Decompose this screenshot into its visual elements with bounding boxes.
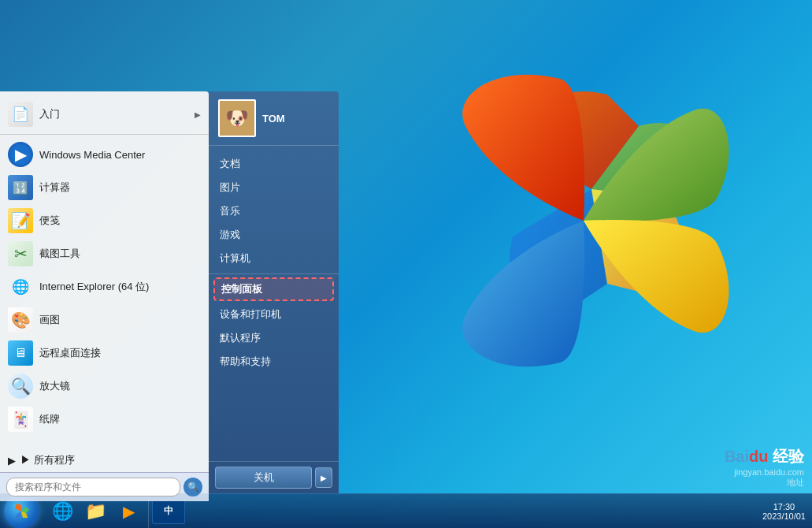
start-menu-left-items: 📄 入门 ▶ ▶ Windows Media Center 🔢 计算器 [0, 91, 209, 442]
baidu-logo: Baidu 经验 [725, 446, 804, 467]
start-menu-right-items: 文档 图片 音乐 游戏 计算机 控制面板 [209, 146, 339, 461]
windows-flag-logo [418, 55, 749, 389]
taskbar-ie-icon: 🌐 [52, 501, 73, 522]
solitaire-icon: 🃏 [8, 407, 33, 432]
snip-icon: ✂ [8, 241, 33, 266]
start-item-solitaire[interactable]: 🃏 纸牌 [0, 403, 209, 436]
right-item-games[interactable]: 游戏 [209, 223, 339, 247]
baidu-address-label: 地址 [725, 477, 804, 489]
shutdown-arrow-button[interactable]: ▶ [315, 467, 332, 488]
all-programs-label: ▶ 所有程序 [20, 453, 75, 467]
all-programs-button[interactable]: ▶ ▶ 所有程序 [0, 448, 209, 472]
right-item-pictures[interactable]: 图片 [209, 176, 339, 199]
right-item-devices[interactable]: 设备和打印机 [209, 303, 339, 326]
user-name: TOM [262, 113, 285, 125]
shutdown-button[interactable]: 关机 [215, 467, 312, 489]
search-button[interactable]: 🔍 [184, 478, 202, 496]
calc-label: 计算器 [39, 180, 70, 195]
shutdown-area: 关机 ▶ [209, 461, 339, 493]
magnifier-icon: 🔍 [8, 374, 33, 399]
user-profile-area[interactable]: 🐶 TOM [209, 91, 339, 146]
solitaire-label: 纸牌 [39, 412, 60, 426]
snip-label: 截图工具 [39, 247, 80, 261]
start-item-ie[interactable]: 🌐 Internet Explorer (64 位) [0, 270, 209, 303]
wmc-label: Windows Media Center [39, 149, 145, 161]
taskbar-media-icon: ▶ [123, 502, 135, 521]
notepad-label: 便笺 [39, 214, 60, 228]
start-item-paint[interactable]: 🎨 画图 [0, 303, 209, 337]
start-search-bar: 🔍 [0, 472, 209, 501]
taskbar-folder-icon: 📁 [85, 501, 106, 522]
start-item-intro[interactable]: 📄 入门 ▶ [0, 98, 209, 131]
rdp-label: 远程桌面连接 [39, 346, 101, 360]
intro-icon: 📄 [8, 102, 33, 127]
paint-icon: 🎨 [8, 307, 33, 333]
start-item-calc[interactable]: 🔢 计算器 [0, 171, 209, 204]
taskbar-clock: 17:30 2023/10/01 [762, 502, 812, 521]
right-item-help[interactable]: 帮助和支持 [209, 350, 339, 374]
start-item-snip[interactable]: ✂ 截图工具 [0, 237, 209, 270]
start-menu: 📄 入门 ▶ ▶ Windows Media Center 🔢 计算器 [0, 91, 339, 493]
ie-icon: 🌐 [8, 274, 33, 299]
search-input[interactable] [6, 478, 180, 496]
intro-label: 入门 [39, 107, 60, 121]
magnifier-label: 放大镜 [39, 379, 70, 393]
baidu-url: jingyan.baidu.com [725, 467, 804, 477]
calc-icon: 🔢 [8, 175, 33, 200]
baidu-watermark: Baidu 经验 jingyan.baidu.com 地址 [725, 446, 804, 489]
all-programs-arrow: ▶ [8, 455, 16, 467]
start-item-wmc[interactable]: ▶ Windows Media Center [0, 138, 209, 171]
start-menu-right: 🐶 TOM 文档 图片 音乐 游戏 计算机 [209, 91, 339, 493]
wmc-icon: ▶ [8, 142, 33, 167]
paint-label: 画图 [39, 313, 60, 327]
start-item-rdp[interactable]: 🖥 远程桌面连接 [0, 337, 209, 370]
right-divider [209, 273, 339, 274]
start-item-magnifier[interactable]: 🔍 放大镜 [0, 370, 209, 403]
intro-arrow: ▶ [195, 110, 201, 119]
start-menu-left: 📄 入门 ▶ ▶ Windows Media Center 🔢 计算器 [0, 91, 209, 493]
taskbar-language-button[interactable]: 中 [152, 499, 185, 524]
right-item-music[interactable]: 音乐 [209, 199, 339, 223]
right-item-controlpanel[interactable]: 控制面板 [213, 277, 334, 301]
user-avatar: 🐶 [218, 99, 256, 137]
language-icon: 中 [164, 504, 173, 518]
notepad-icon: 📝 [8, 208, 33, 233]
right-item-documents[interactable]: 文档 [209, 152, 339, 176]
windows-orb-icon [10, 500, 32, 522]
clock-date: 2023/10/01 [762, 511, 806, 521]
right-item-computer[interactable]: 计算机 [209, 247, 339, 270]
ie-label: Internet Explorer (64 位) [39, 280, 149, 294]
clock-time: 17:30 [762, 502, 806, 511]
desktop: 📄 入门 ▶ ▶ Windows Media Center 🔢 计算器 [0, 0, 812, 528]
right-item-defaults[interactable]: 默认程序 [209, 326, 339, 350]
rdp-icon: 🖥 [8, 340, 33, 366]
start-divider-1 [0, 134, 209, 135]
start-item-notepad[interactable]: 📝 便笺 [0, 204, 209, 237]
